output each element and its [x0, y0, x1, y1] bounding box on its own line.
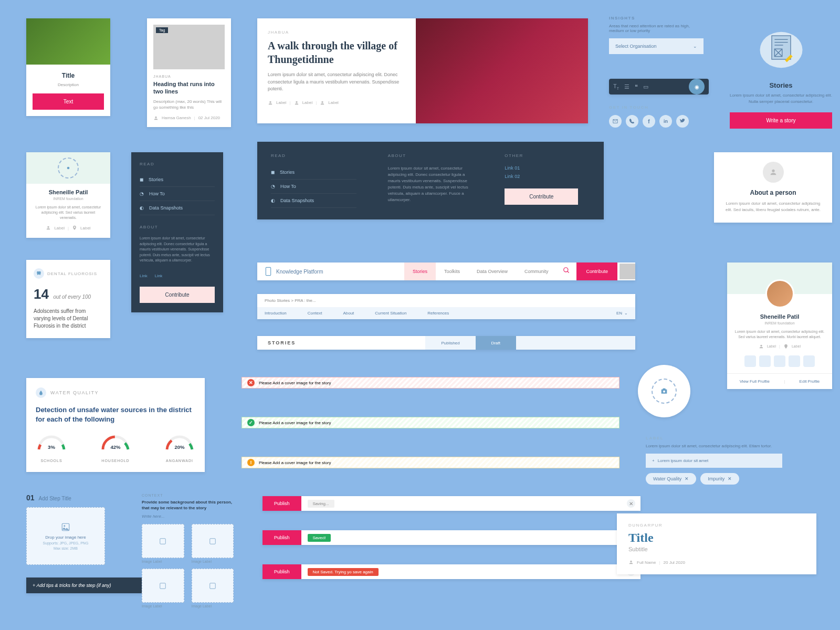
section-label: ABOUT — [388, 153, 474, 158]
remove-icon[interactable]: ✕ — [685, 476, 689, 481]
sidebar-item-stories[interactable]: ◼Stories — [140, 173, 215, 187]
twitter-icon[interactable] — [803, 355, 815, 367]
publish-button[interactable]: Publish — [262, 496, 301, 511]
avatar-placeholder — [58, 158, 79, 178]
close-icon[interactable]: ✕ — [627, 499, 635, 508]
org-select[interactable]: Select Organisation ⌄ — [609, 38, 704, 54]
section-label: LABEL — [646, 436, 782, 440]
quote-icon[interactable]: ❝ — [635, 83, 638, 90]
hero-card: JHABUA A walk through the village of Thu… — [257, 18, 588, 123]
avatar-box[interactable] — [620, 264, 635, 279]
tab-draft[interactable]: Draft — [476, 336, 516, 350]
phone-icon[interactable] — [626, 115, 638, 128]
subnav-item[interactable]: Introduction — [265, 311, 287, 316]
upload-avatar-circle[interactable] — [638, 365, 690, 417]
subnav-item[interactable]: References — [427, 311, 449, 316]
label: Label — [80, 226, 91, 230]
nav-data[interactable]: Data Overview — [468, 262, 516, 280]
alert-success: ✓Please Add a cover image for the story — [242, 417, 620, 428]
tab-published[interactable]: Published — [425, 336, 475, 350]
plus-icon: + — [652, 458, 655, 463]
toolbar-knob[interactable]: ◉ — [689, 79, 705, 94]
image-slot[interactable] — [142, 569, 184, 603]
step-title-input[interactable]: Add Step Title — [39, 496, 71, 501]
image-slot[interactable] — [142, 524, 184, 558]
nav-toolkits[interactable]: Toolkits — [436, 262, 468, 280]
image-card: Title Description Text — [26, 18, 110, 116]
remove-icon[interactable]: ✕ — [728, 476, 732, 481]
tag-input[interactable]: +Lorem ipsum dolor sit amet — [646, 454, 782, 468]
brand[interactable]: Knowledge Platform — [257, 267, 331, 276]
mail-icon[interactable] — [609, 115, 622, 128]
twitter-icon[interactable] — [676, 115, 689, 128]
mail-icon[interactable] — [744, 355, 756, 367]
about-desc: Lorem ipsum dolor sit amet, consectetur … — [723, 201, 823, 213]
title: Title — [628, 531, 805, 545]
card-desc: Description (max, 20 words) This will go… — [153, 99, 225, 110]
alert-text: Please Add a cover image for the story — [259, 460, 331, 465]
embed-icon[interactable]: ▭ — [643, 83, 648, 90]
facebook-icon[interactable]: f — [643, 115, 655, 128]
image-slot[interactable] — [192, 569, 234, 603]
section-label: GET IN TOUCH — [609, 105, 689, 110]
image-slot[interactable] — [192, 524, 234, 558]
footer-item-data[interactable]: ◐Data Snapshots — [271, 194, 356, 208]
phone-icon[interactable] — [759, 355, 771, 367]
image-dropzone[interactable]: Drop your image here Supports: JPG, JPEG… — [26, 507, 105, 565]
textarea-placeholder[interactable]: Write here... — [142, 514, 234, 519]
list-icon[interactable]: ☰ — [624, 83, 629, 90]
insights-panel: INSIGHTS Areas that need attention are r… — [609, 16, 704, 54]
subnav-item[interactable]: Current Situation — [375, 311, 406, 316]
publish-button[interactable]: Publish — [262, 564, 301, 579]
linkedin-icon[interactable]: in — [659, 115, 672, 128]
profile-name: Sheneille Patil — [34, 189, 103, 195]
nav-stories[interactable]: Stories — [404, 262, 436, 280]
contribute-cta[interactable]: Contribute — [576, 262, 617, 280]
profile-meta: Label| Label — [727, 344, 832, 349]
gauge-label: HOUSEHOLD — [100, 459, 131, 463]
text-size-icon[interactable]: TT — [613, 83, 619, 90]
link[interactable]: Link — [140, 274, 148, 278]
sidebar-item-data[interactable]: ◐Data Snapshots — [140, 201, 215, 215]
tag-badge: Tag — [156, 27, 168, 33]
subnav-item[interactable]: Context — [308, 311, 322, 316]
svg-point-0 — [155, 117, 156, 118]
tips-bar[interactable]: + Add tips & tricks for the step (if any… — [26, 578, 147, 593]
label: Label — [328, 100, 339, 105]
search-icon[interactable] — [556, 267, 576, 276]
stories-promo: Stories Lorem ipsum dolor sit amet, cons… — [730, 18, 832, 129]
svg-point-24 — [64, 525, 65, 527]
svg-point-14 — [772, 170, 774, 172]
tag-chip[interactable]: Impurity✕ — [700, 473, 739, 485]
linkedin-icon[interactable] — [789, 355, 800, 367]
facebook-icon[interactable] — [774, 355, 785, 367]
lang-select[interactable]: EN⌄ — [616, 311, 628, 316]
sidebar-item-howto[interactable]: ◔How To — [140, 187, 215, 201]
location-label: JHABUA — [153, 75, 225, 78]
footer-link[interactable]: Link 01 — [505, 165, 590, 171]
context-block: CONTEXT Provide some background about th… — [142, 494, 234, 608]
svg-line-17 — [568, 271, 569, 273]
contribute-button[interactable]: Contribute — [140, 287, 215, 303]
footer-item-stories[interactable]: ◼Stories — [271, 165, 356, 180]
link[interactable]: Link — [155, 274, 163, 278]
stories-tabs: STORIES Published Draft — [257, 336, 635, 350]
brand-text: Knowledge Platform — [276, 269, 323, 275]
card-cta-button[interactable]: Text — [33, 93, 104, 110]
edit-profile-link[interactable]: Edit Profile — [800, 379, 820, 384]
image-icon — [209, 538, 216, 545]
footer-item-howto[interactable]: ◔How To — [271, 180, 356, 194]
svg-point-16 — [564, 268, 568, 272]
tag-chip[interactable]: Water Quality✕ — [646, 473, 696, 485]
image-icon — [159, 582, 166, 590]
footer-link[interactable]: Link 02 — [505, 174, 590, 179]
contribute-button[interactable]: Contribute — [505, 188, 578, 205]
nav-community[interactable]: Community — [516, 262, 557, 280]
view-profile-link[interactable]: View Full Profile — [740, 379, 770, 384]
user-icon — [294, 100, 299, 106]
publish-button[interactable]: Publish — [262, 530, 301, 545]
user-icon — [759, 344, 764, 349]
write-story-button[interactable]: Write a story — [730, 112, 832, 129]
subnav-item[interactable]: About — [343, 311, 354, 316]
svg-text:42%: 42% — [110, 444, 121, 450]
